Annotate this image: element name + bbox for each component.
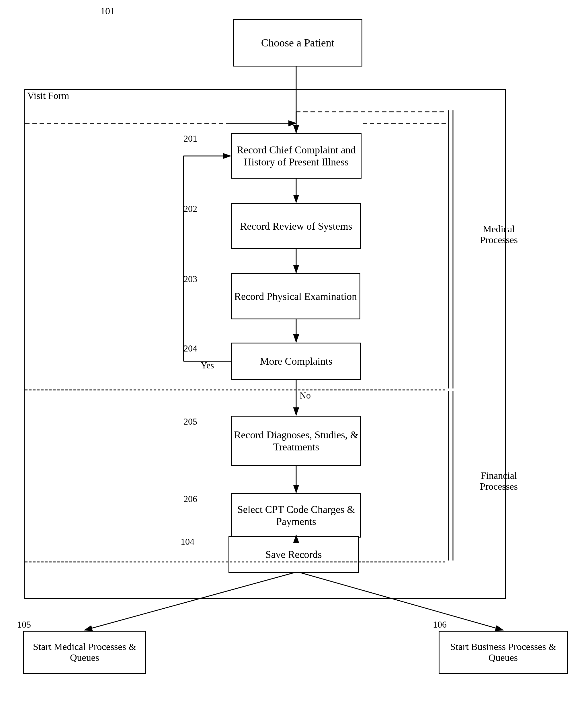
label-101: 101 [100, 6, 115, 16]
node-start-business: Start Business Processes & Queues [439, 631, 568, 674]
node-more-complaints-label: More Complaints [260, 355, 333, 367]
financial-processes-label: Financial Processes [470, 470, 527, 492]
node-start-business-label: Start Business Processes & Queues [440, 641, 567, 663]
node-record-physical-exam-label: Record Physical Examination [234, 291, 357, 302]
label-204: 204 [183, 343, 197, 354]
node-record-review-systems-label: Record Review of Systems [240, 220, 352, 232]
label-202: 202 [183, 204, 197, 214]
label-206: 206 [183, 494, 197, 504]
node-record-physical-exam: Record Physical Examination [231, 273, 360, 319]
node-record-diagnoses-label: Record Diagnoses, Studies, & Treatments [232, 429, 360, 453]
label-205: 205 [183, 416, 197, 427]
node-select-cpt: Select CPT Code Charges & Payments [231, 493, 361, 538]
node-record-chief-complaint: Record Chief Complaint and History of Pr… [231, 133, 361, 179]
node-more-complaints: More Complaints [231, 343, 361, 380]
node-save-records: Save Records [229, 536, 359, 573]
diagram-container: 101 Choose a Patient Visit Form 201 Reco… [0, 0, 588, 707]
node-record-diagnoses: Record Diagnoses, Studies, & Treatments [231, 416, 361, 466]
node-start-medical: Start Medical Processes & Queues [23, 631, 146, 674]
node-save-records-label: Save Records [266, 548, 322, 561]
node-choose-patient: Choose a Patient [233, 19, 362, 67]
medical-processes-label: Medical Processes [470, 224, 527, 245]
label-203: 203 [183, 274, 197, 284]
visit-form-label: Visit Form [27, 90, 69, 101]
node-record-review-systems: Record Review of Systems [231, 203, 361, 249]
label-105: 105 [17, 619, 31, 630]
node-record-chief-complaint-label: Record Chief Complaint and History of Pr… [232, 144, 361, 168]
node-start-medical-label: Start Medical Processes & Queues [24, 641, 145, 663]
label-106: 106 [433, 619, 447, 630]
node-select-cpt-label: Select CPT Code Charges & Payments [232, 503, 360, 528]
label-201: 201 [183, 133, 197, 144]
label-104: 104 [181, 536, 195, 547]
node-choose-patient-label: Choose a Patient [261, 36, 334, 49]
